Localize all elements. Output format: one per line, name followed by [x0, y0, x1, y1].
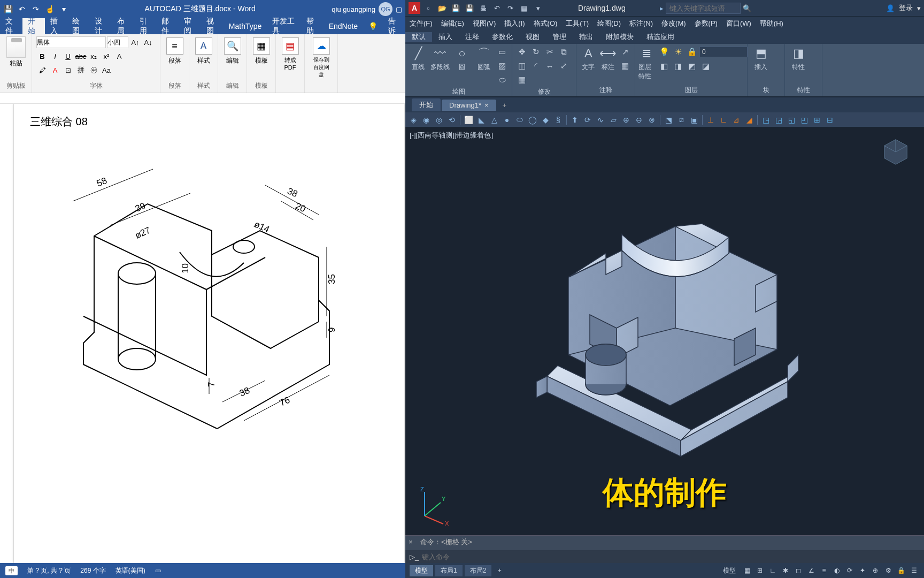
customize-icon[interactable]: ☰	[908, 565, 920, 576]
undo-icon[interactable]: ↶	[491, 3, 502, 13]
tab-default[interactable]: 默认	[405, 32, 432, 42]
tab-annotate[interactable]: 注释	[459, 32, 486, 42]
menu-help[interactable]: 帮助(H)	[756, 19, 788, 28]
lock-icon[interactable]: 🔒	[686, 45, 698, 58]
tab-insert[interactable]: 插入	[432, 32, 459, 42]
paste-button[interactable]: 粘贴	[4, 36, 27, 68]
new-icon[interactable]: ▫	[423, 3, 434, 13]
trim-icon[interactable]: ✂	[543, 45, 556, 58]
layer-tool2-icon[interactable]: ◨	[672, 60, 684, 73]
redo-icon[interactable]: ↷	[505, 3, 516, 13]
copy-icon[interactable]: ⧉	[557, 45, 570, 58]
tell-me-icon[interactable]: 💡	[363, 18, 383, 34]
italic-button[interactable]: I	[49, 50, 61, 62]
extrude-icon[interactable]: ⬆	[569, 114, 581, 126]
menu-tools[interactable]: 工具(T)	[561, 19, 593, 28]
plot-icon[interactable]: 🖶	[478, 3, 489, 13]
baidu-button[interactable]: ☁ 保存到百度网盘	[309, 36, 333, 80]
search-input[interactable]	[666, 3, 741, 14]
tab-featured[interactable]: 精选应用	[640, 32, 681, 42]
hatch-icon[interactable]: ▨	[496, 59, 509, 72]
bold-button[interactable]: B	[36, 50, 48, 62]
menu-window[interactable]: 窗口(W)	[722, 19, 756, 28]
tab-addins[interactable]: 附加模块	[599, 32, 640, 42]
cylinder-icon[interactable]: ⬭	[514, 114, 526, 126]
ortho-icon[interactable]: ∟	[767, 565, 779, 576]
ucs2-icon[interactable]: ∟	[718, 114, 729, 126]
tab-layout2[interactable]: 布局2	[465, 565, 492, 576]
paragraph-button[interactable]: ≡ 段落	[165, 36, 184, 66]
grid-icon[interactable]: ▦	[741, 565, 753, 576]
increase-font-button[interactable]: A↑	[129, 36, 141, 48]
close-tab-icon[interactable]: ×	[484, 101, 489, 109]
menu-mail[interactable]: 邮件	[156, 18, 179, 34]
polyline-button[interactable]: 〰多段线	[430, 45, 450, 86]
word-user[interactable]: qiu guangping QG ▢	[332, 2, 402, 16]
menu-edit[interactable]: 编辑(E)	[437, 19, 468, 28]
transparency-icon[interactable]: ◐	[831, 565, 843, 576]
osnap-icon[interactable]: ◻	[792, 565, 804, 576]
ellipse-icon[interactable]: ⬭	[496, 73, 509, 86]
tab-drawing1[interactable]: Drawing1*×	[442, 100, 496, 111]
ime-badge[interactable]: 中	[5, 566, 18, 575]
ribbon-options-icon[interactable]: ▢	[396, 5, 402, 13]
open-icon[interactable]: 📂	[437, 3, 448, 13]
polar-icon[interactable]: ✱	[780, 565, 791, 576]
editing-button[interactable]: 🔍 编辑	[222, 36, 242, 66]
layer-props-button[interactable]: ≣图层特性	[638, 45, 654, 81]
menu-devtools[interactable]: 开发工具	[267, 18, 301, 34]
qat-more-icon[interactable]: ▾	[59, 4, 68, 14]
highlight-button[interactable]: 🖍	[36, 64, 48, 76]
menu-dimension[interactable]: 标注(N)	[625, 19, 657, 28]
change-case-button[interactable]: Aa	[101, 64, 112, 76]
ucs1-icon[interactable]: ⊥	[705, 114, 717, 126]
view5-icon[interactable]: ⊞	[811, 114, 823, 126]
new-tab-button[interactable]: +	[497, 101, 512, 109]
view6-icon[interactable]: ⊟	[824, 114, 836, 126]
tool-nav3-icon[interactable]: ◎	[433, 114, 445, 126]
wedge-icon[interactable]: ◣	[475, 114, 487, 126]
layer-tool3-icon[interactable]: ◩	[686, 60, 698, 73]
leader-icon[interactable]: ↗	[619, 45, 632, 58]
loft-icon[interactable]: ▱	[607, 114, 619, 126]
word-vertical-ruler[interactable]	[0, 104, 14, 563]
intersect-icon[interactable]: ⊗	[646, 114, 658, 126]
word-ruler[interactable]	[0, 93, 405, 104]
search-icon[interactable]: 🔍	[743, 4, 751, 12]
pyramid-icon[interactable]: ◆	[540, 114, 551, 126]
fillet-icon[interactable]: ◜	[529, 59, 542, 72]
page-info[interactable]: 第 ? 页, 共 ? 页	[27, 566, 71, 575]
tab-manage[interactable]: 管理	[546, 32, 573, 42]
viewcube[interactable]	[880, 135, 911, 166]
menu-design[interactable]: 设计	[89, 18, 112, 34]
menu-review[interactable]: 审阅	[179, 18, 201, 34]
save-icon[interactable]: 💾	[3, 4, 13, 14]
move-icon[interactable]: ✥	[515, 45, 528, 58]
torus-icon[interactable]: ◯	[527, 114, 538, 126]
tab-start[interactable]: 开始	[412, 98, 441, 111]
menu-draw[interactable]: 绘图	[67, 18, 89, 34]
redo-icon[interactable]: ↷	[31, 4, 41, 14]
subtract-icon[interactable]: ⊖	[633, 114, 645, 126]
menu-draw[interactable]: 绘图(D)	[593, 19, 625, 28]
command-input[interactable]	[422, 553, 920, 561]
bulb-icon[interactable]: 💡	[658, 45, 671, 58]
anno-scale-icon[interactable]: 🔒	[895, 565, 907, 576]
menu-endnote[interactable]: EndNote	[324, 18, 363, 34]
underline-button[interactable]: U	[62, 50, 74, 62]
tab-parametric[interactable]: 参数化	[486, 32, 519, 42]
template-button[interactable]: ▦ 模板	[251, 36, 271, 66]
app-icon[interactable]: ▦	[519, 3, 529, 13]
add-layout-icon[interactable]: +	[494, 565, 505, 576]
user-icon[interactable]: 👤	[886, 4, 895, 12]
otrack-icon[interactable]: ∠	[805, 565, 817, 576]
line-button[interactable]: ╱直线	[409, 45, 428, 86]
workspace-icon[interactable]: ⚙	[882, 565, 894, 576]
section-icon[interactable]: ⬔	[663, 114, 674, 126]
tab-output[interactable]: 输出	[573, 32, 599, 42]
stretch-icon[interactable]: ↔	[543, 59, 556, 72]
layer-tool1-icon[interactable]: ◧	[658, 60, 671, 73]
font-size-select[interactable]	[107, 36, 128, 48]
dim-button[interactable]: ⟷标注	[599, 45, 617, 72]
insert-block-button[interactable]: ⬒插入	[751, 45, 771, 72]
